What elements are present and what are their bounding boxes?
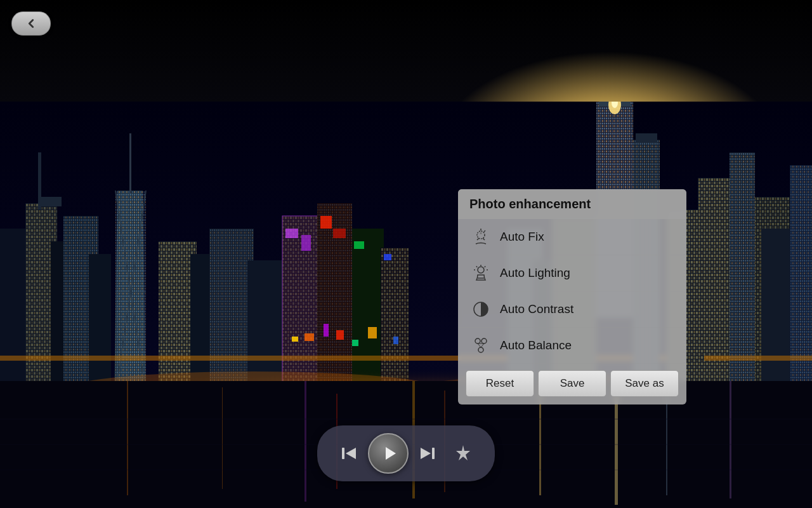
svg-rect-66 bbox=[352, 340, 358, 346]
panel-buttons: Reset Save Save as bbox=[458, 364, 686, 404]
svg-line-114 bbox=[481, 344, 484, 347]
auto-fix-icon bbox=[469, 225, 492, 248]
svg-marker-118 bbox=[386, 447, 396, 460]
svg-point-110 bbox=[475, 338, 480, 344]
svg-line-105 bbox=[485, 266, 485, 267]
svg-rect-76 bbox=[636, 133, 657, 143]
svg-point-112 bbox=[478, 347, 483, 352]
svg-rect-87 bbox=[304, 381, 306, 502]
menu-item-label-auto-fix: Auto Fix bbox=[500, 230, 544, 244]
svg-line-113 bbox=[478, 344, 481, 347]
menu-item-auto-balance[interactable]: Auto Balance bbox=[458, 328, 686, 364]
menu-item-label-auto-lighting: Auto Lighting bbox=[500, 266, 570, 280]
svg-rect-116 bbox=[342, 448, 344, 459]
svg-point-111 bbox=[481, 338, 487, 344]
svg-marker-101 bbox=[480, 232, 482, 234]
svg-rect-51 bbox=[320, 216, 332, 229]
svg-rect-31 bbox=[39, 197, 62, 206]
panel-title: Photo enhancement bbox=[458, 189, 686, 219]
enhancement-panel: Photo enhancement Auto Fix Auto Lighting… bbox=[458, 189, 686, 404]
menu-item-auto-fix[interactable]: Auto Fix bbox=[458, 219, 686, 255]
prev-button[interactable] bbox=[332, 437, 365, 470]
save-button[interactable]: Save bbox=[538, 370, 606, 397]
svg-marker-120 bbox=[421, 448, 431, 459]
svg-line-107 bbox=[476, 266, 477, 267]
save-as-button[interactable]: Save as bbox=[610, 370, 679, 397]
play-button[interactable] bbox=[368, 433, 409, 474]
svg-rect-119 bbox=[432, 448, 435, 459]
menu-item-auto-lighting[interactable]: Auto Lighting bbox=[458, 255, 686, 291]
svg-marker-117 bbox=[346, 448, 356, 459]
svg-point-102 bbox=[478, 267, 484, 273]
svg-rect-65 bbox=[336, 330, 344, 340]
cityscape bbox=[0, 102, 812, 394]
menu-item-auto-contrast[interactable]: Auto Contrast bbox=[458, 291, 686, 328]
back-button[interactable] bbox=[11, 11, 51, 36]
svg-rect-85 bbox=[127, 381, 128, 495]
svg-rect-37 bbox=[129, 133, 131, 194]
menu-item-label-auto-balance: Auto Balance bbox=[500, 338, 572, 352]
svg-rect-62 bbox=[292, 337, 298, 342]
svg-rect-57 bbox=[384, 254, 391, 260]
svg-marker-121 bbox=[456, 445, 470, 460]
menu-item-label-auto-contrast: Auto Contrast bbox=[500, 302, 573, 316]
auto-balance-icon bbox=[469, 334, 492, 357]
svg-rect-94 bbox=[730, 381, 731, 498]
svg-rect-48 bbox=[301, 235, 311, 251]
auto-lighting-icon bbox=[469, 262, 492, 284]
svg-rect-52 bbox=[333, 229, 346, 238]
svg-rect-47 bbox=[285, 229, 298, 238]
reset-button[interactable]: Reset bbox=[466, 370, 534, 397]
next-button[interactable] bbox=[411, 437, 444, 470]
svg-line-100 bbox=[484, 231, 485, 232]
svg-rect-68 bbox=[393, 337, 398, 344]
media-controls bbox=[317, 425, 495, 481]
menu-items-container: Auto Fix Auto Lighting Auto Contrast Aut… bbox=[458, 219, 686, 364]
auto-contrast-icon bbox=[469, 298, 492, 321]
enhance-button[interactable] bbox=[447, 437, 480, 470]
svg-rect-86 bbox=[222, 387, 223, 489]
svg-rect-63 bbox=[304, 333, 314, 341]
svg-rect-64 bbox=[324, 324, 329, 337]
svg-rect-67 bbox=[368, 327, 377, 338]
svg-rect-54 bbox=[354, 241, 364, 249]
